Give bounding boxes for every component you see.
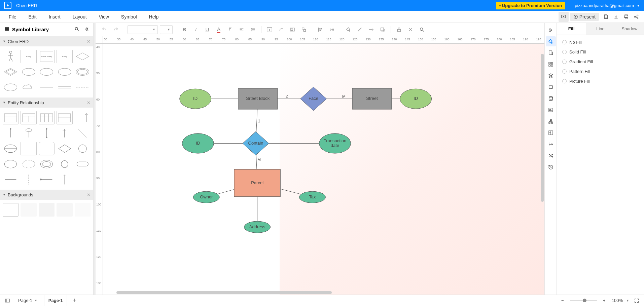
- shape-circ[interactable]: [57, 157, 72, 171]
- font-family-select[interactable]: ▼: [128, 25, 158, 34]
- shape-el3[interactable]: [21, 157, 36, 171]
- erd-owner[interactable]: [193, 191, 219, 203]
- menu-edit[interactable]: Edit: [23, 14, 43, 20]
- page-tab-1[interactable]: Page-1: [44, 295, 67, 306]
- erd-txn[interactable]: [319, 133, 351, 153]
- fill-option-nofill[interactable]: No Fill: [562, 40, 639, 45]
- shape-diamond[interactable]: [57, 142, 72, 155]
- shape-el1[interactable]: [3, 142, 19, 155]
- container-icon[interactable]: [288, 25, 297, 34]
- underline-icon[interactable]: U: [203, 25, 212, 34]
- shape-line2[interactable]: [57, 81, 72, 94]
- erd-id1[interactable]: [180, 89, 211, 109]
- shape-relationship[interactable]: [75, 50, 91, 63]
- arrow-style-icon[interactable]: [366, 25, 376, 34]
- redo-icon[interactable]: [111, 25, 120, 34]
- erd-id3[interactable]: [400, 89, 432, 109]
- menu-help[interactable]: Help: [143, 14, 165, 20]
- shape-cloud[interactable]: [21, 81, 36, 94]
- shape-conn-arrow[interactable]: [75, 111, 91, 124]
- floor-panel-icon[interactable]: [546, 128, 556, 138]
- erd-id2[interactable]: [182, 133, 214, 153]
- bg-1[interactable]: [3, 203, 19, 217]
- shape-line3[interactable]: [75, 81, 91, 94]
- shape-table3[interactable]: [39, 111, 55, 124]
- shape-relationship2[interactable]: [3, 65, 19, 79]
- shape-line1[interactable]: [39, 81, 55, 94]
- close-icon[interactable]: ✕: [87, 100, 91, 105]
- align-icon[interactable]: [237, 25, 246, 34]
- line-style-icon[interactable]: [355, 25, 364, 34]
- search-icon[interactable]: [74, 27, 79, 33]
- shape-isa[interactable]: [75, 142, 91, 155]
- shape-conn5[interactable]: [75, 126, 91, 140]
- font-color-icon[interactable]: A: [214, 25, 223, 34]
- erd-face[interactable]: [300, 87, 327, 111]
- horizontal-scrollbar[interactable]: [116, 291, 332, 294]
- fill-icon[interactable]: [344, 25, 353, 34]
- collapse-icon[interactable]: [84, 27, 89, 33]
- image-panel-icon[interactable]: [546, 105, 556, 115]
- fill-option-solid[interactable]: Solid Fill: [562, 49, 639, 54]
- bg-3[interactable]: [39, 203, 55, 217]
- menu-view[interactable]: View: [93, 14, 115, 20]
- tab-shadow[interactable]: Shadow: [615, 23, 644, 35]
- shape-attribute4[interactable]: [75, 65, 91, 79]
- close-icon[interactable]: ✕: [87, 39, 91, 44]
- distribute-icon[interactable]: [327, 25, 336, 34]
- canvas-stage[interactable]: Srteet BlockStreetParcelFaceContainIDIDI…: [103, 44, 544, 295]
- outline-view-icon[interactable]: [3, 297, 11, 305]
- print-icon[interactable]: [621, 12, 631, 22]
- clear-format-icon[interactable]: [225, 25, 235, 34]
- erd-street[interactable]: [352, 88, 392, 109]
- shape-pill[interactable]: [75, 157, 91, 171]
- italic-icon[interactable]: I: [191, 25, 201, 34]
- lock-icon[interactable]: [394, 25, 404, 34]
- page-panel-icon[interactable]: [546, 48, 556, 58]
- bg-5[interactable]: [75, 203, 91, 217]
- grid-panel-icon[interactable]: [546, 59, 556, 69]
- theme-panel-icon[interactable]: [546, 82, 556, 92]
- download-icon[interactable]: [611, 12, 621, 22]
- upgrade-button[interactable]: • Upgrade to Premium Version: [496, 2, 566, 9]
- tab-line[interactable]: Line: [586, 23, 615, 35]
- bold-icon[interactable]: B: [180, 25, 189, 34]
- shape-table2[interactable]: [21, 111, 36, 124]
- zoom-in-icon[interactable]: +: [600, 297, 608, 305]
- erd-diagram[interactable]: Srteet BlockStreetParcelFaceContainIDIDI…: [103, 44, 540, 279]
- shape-conn2[interactable]: [21, 126, 36, 140]
- shape-line-a[interactable]: [3, 173, 19, 186]
- shape-entity2[interactable]: Entity: [57, 50, 72, 63]
- connector-icon[interactable]: [276, 25, 286, 34]
- fill-option-gradient[interactable]: Gradient Fill: [562, 59, 639, 64]
- shuffle-panel-icon[interactable]: [546, 151, 556, 161]
- close-icon[interactable]: ✕: [87, 192, 91, 197]
- lib-section-bg[interactable]: ▼ Backgrounds ✕: [0, 190, 93, 200]
- undo-icon[interactable]: [100, 25, 109, 34]
- shape-attribute[interactable]: [21, 65, 36, 79]
- menu-layout[interactable]: Layout: [67, 14, 93, 20]
- account-menu[interactable]: pizzaaandparatha@gmail.com ▼: [575, 3, 640, 8]
- share-icon[interactable]: [631, 12, 641, 22]
- shape-actor[interactable]: [3, 50, 19, 63]
- font-size-select[interactable]: ▼: [160, 25, 173, 34]
- search-canvas-icon[interactable]: [417, 25, 427, 34]
- erd-parcel[interactable]: [234, 169, 280, 197]
- zoom-slider[interactable]: [570, 300, 597, 301]
- bg-4[interactable]: [57, 203, 72, 217]
- shape-attr5[interactable]: [3, 81, 19, 94]
- shape-conn4[interactable]: [57, 126, 72, 140]
- tab-fill[interactable]: Fill: [557, 23, 586, 35]
- shape-attribute3[interactable]: [57, 65, 72, 79]
- shape-conn1[interactable]: [3, 126, 19, 140]
- slideshow-button[interactable]: [559, 12, 569, 22]
- bg-2[interactable]: [21, 203, 36, 217]
- shape-el4[interactable]: [39, 157, 55, 171]
- shape-el2[interactable]: [3, 157, 19, 171]
- line-spacing-icon[interactable]: [248, 25, 258, 34]
- fit-screen-icon[interactable]: [633, 297, 641, 305]
- save-icon[interactable]: [601, 12, 611, 22]
- shape-attribute2[interactable]: [39, 65, 55, 79]
- history-panel-icon[interactable]: [546, 162, 556, 172]
- fill-option-picture[interactable]: Picture Fill: [562, 79, 639, 84]
